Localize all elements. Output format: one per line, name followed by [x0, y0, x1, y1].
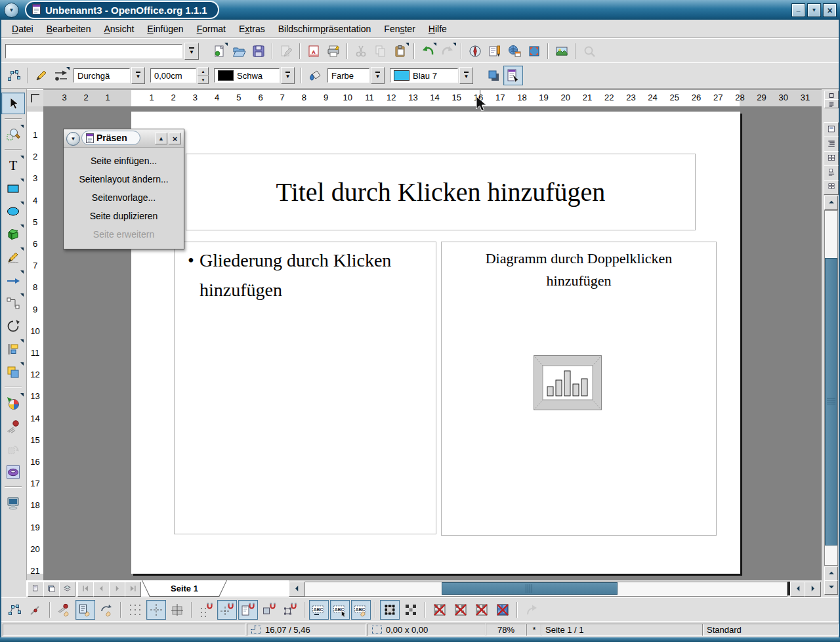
status-zoom-field[interactable]: 78% [486, 624, 526, 636]
palette-title-bar[interactable]: Präsen [64, 129, 184, 148]
arrange-tool[interactable] [1, 361, 25, 383]
palette-item-2[interactable]: Seitenlayout ändern... [64, 170, 184, 188]
palette-rollup-button[interactable] [155, 133, 167, 144]
menu-ansicht[interactable]: Ansicht [97, 22, 140, 36]
zoom-button[interactable] [524, 41, 544, 61]
simple-handles-button[interactable] [380, 600, 400, 620]
menu-hilfe[interactable]: Hilfe [422, 22, 453, 36]
line-color-dropdown-button[interactable] [281, 67, 295, 84]
palette-close-button[interactable] [169, 133, 181, 144]
stylist-button[interactable] [485, 41, 505, 61]
outline-placeholder[interactable]: •Gliederung durch Klicken hinzufügen [174, 242, 436, 534]
slide-page[interactable]: Titel durch Klicken hinzufügen •Gliederu… [131, 112, 740, 574]
horizontal-ruler[interactable]: 3211234567891011121314151617181920212223… [43, 89, 822, 107]
presentation-box-tool[interactable] [1, 492, 25, 513]
page-view-button[interactable] [28, 582, 44, 597]
title-placeholder[interactable]: Titel durch Klicken hinzufügen [186, 154, 696, 230]
scroll-up-button[interactable] [824, 196, 838, 210]
fill-can-button[interactable] [305, 66, 325, 85]
line-pen-button[interactable] [32, 66, 51, 85]
scroll-right-button[interactable] [805, 582, 821, 597]
curve-tool[interactable] [1, 246, 25, 268]
status-position-field[interactable]: 16,07 / 5,46 [247, 624, 366, 636]
guides-to-front-button[interactable] [167, 600, 187, 620]
palette-item-1[interactable]: Seite einfügen... [64, 152, 184, 170]
allow-properties-button[interactable] [75, 600, 95, 620]
select-text-area-button[interactable]: ABC [330, 600, 350, 620]
slide-view-button[interactable] [824, 151, 839, 166]
url-input[interactable] [5, 44, 182, 58]
horizontal-scrollbar-track[interactable] [304, 582, 788, 597]
animation-effects-tool[interactable] [1, 415, 25, 437]
outline-view-button[interactable] [824, 137, 839, 152]
palette-item-4[interactable]: Seite duplizieren [64, 207, 184, 225]
navigator-button[interactable] [465, 41, 485, 61]
rectangle-tool[interactable] [1, 177, 25, 199]
undo-button[interactable] [418, 41, 438, 61]
background-placeholder-button[interactable] [493, 600, 513, 620]
insert-tool[interactable] [1, 392, 25, 414]
fill-style-value[interactable]: Farbe [327, 68, 369, 83]
show-guides-button[interactable] [146, 600, 166, 620]
hyperlink-button[interactable] [505, 41, 524, 61]
snap-to-object-points-button[interactable] [280, 600, 300, 620]
line-style-value[interactable]: Durchgä [74, 68, 130, 83]
layer-view-button[interactable] [59, 582, 75, 597]
status-page-style-field[interactable]: Standard [702, 624, 839, 636]
fill-color-dropdown-button[interactable] [459, 67, 473, 84]
fill-style-dropdown-button[interactable] [371, 67, 385, 84]
handout-view-button[interactable] [824, 180, 839, 195]
fill-color-field[interactable]: Blau 7 [390, 68, 458, 83]
maximize-button[interactable] [807, 3, 821, 17]
chart-placeholder-icon[interactable] [534, 355, 602, 410]
line-color-field[interactable]: Schwa [214, 68, 280, 83]
open-button[interactable] [229, 41, 249, 61]
scroll-up-button-bottom[interactable] [824, 567, 838, 581]
horizontal-scrollbar-thumb[interactable] [442, 582, 618, 595]
double-click-text-edit-button[interactable]: ABC [351, 600, 371, 620]
diagram-placeholder[interactable]: Diagramm durch Doppelklicken hinzufügen [441, 242, 717, 536]
edit-points-mode-button[interactable] [5, 600, 24, 620]
url-dropdown-button[interactable] [184, 43, 199, 60]
menu-datei[interactable]: Datei [5, 22, 40, 36]
menu-format[interactable]: Format [190, 22, 232, 36]
paste-button[interactable] [390, 41, 410, 61]
allow-quick-rotate-button[interactable] [96, 600, 116, 620]
status-page-field[interactable]: Seite 1 / 1 [541, 624, 704, 636]
text-tool[interactable]: T [1, 154, 25, 176]
line-style-dropdown-button[interactable] [131, 67, 145, 84]
show-grid-button[interactable] [125, 600, 145, 620]
snap-to-margins-button[interactable] [238, 600, 258, 620]
alignment-tool[interactable] [1, 338, 25, 360]
presentation-box-toggle[interactable] [503, 66, 523, 85]
select-tool[interactable] [1, 93, 25, 114]
contour-placeholder-button[interactable] [451, 600, 471, 620]
minimize-button[interactable] [791, 3, 805, 17]
save-button[interactable] [249, 41, 268, 61]
drawing-view-button[interactable] [824, 122, 839, 137]
menu-fenster[interactable]: Fenster [377, 22, 421, 36]
window-menu-button[interactable] [4, 3, 19, 18]
allow-effects-button[interactable] [54, 600, 74, 620]
menu-einfgen[interactable]: Einfügen [140, 22, 190, 36]
connector-tool[interactable] [1, 292, 25, 314]
text-placeholder-button[interactable]: a [472, 600, 492, 620]
notes-view-button[interactable] [824, 165, 839, 181]
shadow-button[interactable] [484, 66, 503, 85]
ruler-origin-button[interactable] [26, 89, 44, 107]
rotation-mode-button[interactable] [26, 600, 45, 620]
quick-text-edit-button[interactable]: ABC [309, 600, 329, 620]
rotate-tool[interactable] [1, 315, 25, 337]
document-canvas[interactable]: Titel durch Klicken hinzufügen •Gliederu… [43, 106, 822, 580]
3d-object-tool[interactable] [1, 223, 25, 245]
vertical-ruler[interactable]: 123456789101112131415161718192021 [26, 106, 44, 580]
zoom-tool[interactable] [1, 123, 25, 145]
lines-toggle-button[interactable] [824, 99, 839, 108]
scroll-left-button[interactable] [289, 582, 305, 597]
large-handles-button[interactable] [401, 600, 421, 620]
close-button[interactable] [823, 3, 837, 17]
picture-placeholder-button[interactable] [430, 600, 450, 620]
line-width-value[interactable]: 0,00cm [150, 68, 196, 83]
snap-to-guides-button[interactable] [217, 600, 237, 620]
palette-item-3[interactable]: Seitenvorlage... [64, 188, 184, 207]
